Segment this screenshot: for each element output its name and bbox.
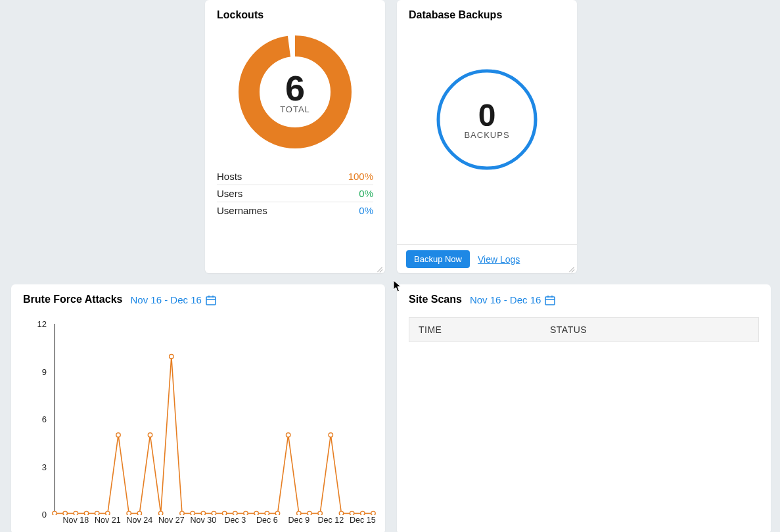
- svg-point-26: [254, 511, 258, 514]
- breakdown-row-hosts: Hosts 100%: [217, 168, 373, 185]
- chart-x-axis: Nov 18Nov 21Nov 24Nov 27Nov 30Dec 3Dec 6…: [49, 516, 379, 527]
- y-tick: 0: [31, 510, 47, 520]
- svg-point-35: [350, 511, 354, 514]
- bruteforce-date-range[interactable]: Nov 16 - Dec 16: [130, 294, 216, 305]
- lockouts-breakdown: Hosts 100% Users 0% Usernames 0%: [217, 168, 373, 219]
- x-tick: Dec 12: [318, 516, 344, 525]
- svg-point-22: [212, 511, 216, 514]
- svg-point-23: [222, 511, 226, 514]
- svg-point-29: [286, 433, 290, 437]
- y-tick: 12: [31, 319, 47, 329]
- backups-circle-wrap: 0 BACKUPS: [409, 67, 565, 172]
- breakdown-value: 0%: [359, 205, 373, 216]
- svg-point-13: [116, 433, 120, 437]
- svg-point-37: [371, 511, 375, 514]
- table-header-row: TIME STATUS: [409, 317, 759, 342]
- breakdown-row-users: Users 0%: [217, 185, 373, 202]
- sitescans-title: Site Scans: [409, 294, 462, 305]
- svg-point-20: [191, 511, 195, 514]
- x-tick: Nov 24: [127, 516, 153, 525]
- x-tick: Nov 18: [63, 516, 89, 525]
- col-time-header: TIME: [409, 318, 541, 342]
- svg-point-24: [233, 511, 237, 514]
- breakdown-row-usernames: Usernames 0%: [217, 202, 373, 219]
- backups-footer: Backup Now View Logs: [397, 244, 577, 273]
- chart-plot: [49, 324, 379, 515]
- lockouts-total-value: 6: [285, 70, 305, 106]
- sitescans-date-range[interactable]: Nov 16 - Dec 16: [470, 294, 555, 305]
- y-tick: 9: [31, 366, 47, 376]
- svg-point-7: [53, 511, 57, 514]
- svg-point-16: [148, 433, 152, 437]
- svg-point-34: [339, 511, 343, 514]
- bruteforce-card: Brute Force Attacks Nov 16 - Dec 16 0369…: [11, 284, 385, 532]
- svg-point-17: [158, 511, 162, 514]
- backups-card: Database Backups 0 BACKUPS Backup Now Vi…: [397, 0, 577, 273]
- svg-point-21: [201, 511, 205, 514]
- lockouts-card: Lockouts 6 TOTAL Hosts 100% Users 0% Use…: [205, 0, 385, 273]
- breakdown-value: 0%: [359, 188, 373, 199]
- backup-now-button[interactable]: Backup Now: [406, 250, 470, 268]
- svg-point-8: [63, 511, 67, 514]
- calendar-icon: [545, 295, 555, 304]
- svg-point-19: [180, 511, 184, 514]
- svg-point-30: [297, 511, 301, 514]
- sitescans-card: Site Scans Nov 16 - Dec 16 TIME STATUS: [397, 284, 771, 532]
- y-tick: 6: [31, 414, 47, 424]
- x-tick: Dec 3: [225, 516, 246, 525]
- date-range-text: Nov 16 - Dec 16: [470, 294, 541, 305]
- backups-title: Database Backups: [409, 9, 565, 21]
- svg-point-14: [127, 511, 131, 514]
- resize-handle[interactable]: [377, 265, 383, 272]
- svg-point-9: [74, 511, 78, 514]
- y-tick: 3: [31, 462, 47, 472]
- date-range-text: Nov 16 - Dec 16: [130, 294, 201, 305]
- breakdown-label: Hosts: [217, 171, 242, 182]
- breakdown-value: 100%: [348, 171, 373, 182]
- lockouts-title: Lockouts: [217, 9, 373, 21]
- bruteforce-chart: 036912 Nov 18Nov 21Nov 24Nov 27Nov 30Dec…: [31, 324, 379, 527]
- svg-point-18: [170, 355, 173, 359]
- resize-handle[interactable]: [568, 265, 575, 272]
- svg-rect-2: [206, 297, 216, 305]
- svg-point-25: [244, 511, 248, 514]
- calendar-icon: [206, 295, 216, 304]
- backups-label: BACKUPS: [464, 130, 509, 140]
- svg-point-11: [95, 511, 99, 514]
- breakdown-label: Usernames: [217, 205, 267, 216]
- svg-point-15: [137, 511, 141, 514]
- bruteforce-title: Brute Force Attacks: [23, 294, 122, 305]
- svg-point-27: [265, 511, 269, 514]
- x-tick: Nov 27: [158, 516, 185, 525]
- svg-point-10: [84, 511, 88, 514]
- view-logs-link[interactable]: View Logs: [478, 254, 520, 265]
- svg-point-33: [329, 433, 333, 437]
- svg-point-28: [275, 511, 279, 514]
- x-tick: Nov 30: [191, 516, 217, 525]
- svg-point-12: [106, 511, 110, 514]
- breakdown-label: Users: [217, 188, 242, 199]
- backups-value: 0: [478, 100, 496, 131]
- sitescans-table: TIME STATUS: [409, 317, 759, 342]
- svg-point-36: [361, 511, 365, 514]
- x-tick: Dec 9: [288, 516, 310, 525]
- chart-y-axis: 036912: [31, 324, 49, 514]
- svg-rect-38: [545, 297, 555, 305]
- x-tick: Nov 21: [95, 516, 121, 525]
- lockouts-total-label: TOTAL: [280, 104, 310, 114]
- svg-point-31: [308, 511, 311, 514]
- svg-point-32: [318, 511, 322, 514]
- x-tick: Dec 15: [350, 516, 376, 525]
- lockouts-donut: 6 TOTAL: [217, 33, 373, 151]
- col-status-header: STATUS: [541, 318, 758, 342]
- x-tick: Dec 6: [256, 516, 278, 525]
